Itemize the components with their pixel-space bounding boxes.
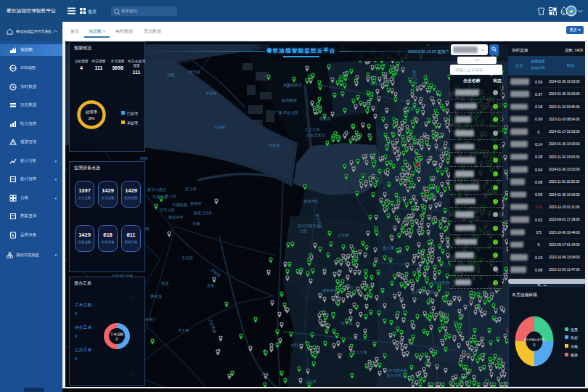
svg-text:党食: 党食 xyxy=(207,283,214,288)
svg-text:香湖天虹: 香湖天虹 xyxy=(303,199,319,204)
svg-text:宝安小区: 宝安小区 xyxy=(160,208,175,212)
svg-text:宜兴市村: 宜兴市村 xyxy=(386,373,402,378)
svg-text:水波路: 水波路 xyxy=(205,91,217,96)
svg-text:中国联通: 中国联通 xyxy=(172,203,187,207)
svg-text:宜兴马那宝香: 宜兴马那宝香 xyxy=(298,224,320,229)
svg-text:丘园: 丘园 xyxy=(299,229,306,233)
svg-text:海聚村酒店: 海聚村酒店 xyxy=(283,83,303,88)
svg-text:文化艺术馆: 文化艺术馆 xyxy=(306,133,325,138)
svg-text:林美厂: 林美厂 xyxy=(144,317,157,322)
svg-text:消璧: 消璧 xyxy=(167,73,174,78)
svg-text:新苑中学: 新苑中学 xyxy=(168,215,184,220)
svg-text:工单总数: 工单总数 xyxy=(110,332,124,336)
svg-text:大村: 大村 xyxy=(290,343,298,348)
svg-text:黑上村: 黑上村 xyxy=(165,194,176,199)
svg-text:0: 0 xyxy=(116,337,118,341)
svg-text:蓝大厦: 蓝大厦 xyxy=(383,245,394,250)
svg-text:饱家村: 饱家村 xyxy=(190,201,202,206)
svg-text:俐都: 俐都 xyxy=(139,156,148,161)
svg-text:紫金: 紫金 xyxy=(161,281,168,285)
svg-text:宜兴市建设银: 宜兴市建设银 xyxy=(385,368,408,373)
svg-text:里上村: 里上村 xyxy=(184,187,197,192)
svg-text:锦家堂: 锦家堂 xyxy=(269,143,280,147)
svg-text:广厦 邓水法院: 广厦 邓水法院 xyxy=(274,110,298,115)
svg-text:天子殿: 天子殿 xyxy=(178,328,189,332)
svg-text:廖家场: 廖家场 xyxy=(150,294,162,299)
svg-text:毛家村: 毛家村 xyxy=(214,125,226,130)
svg-text:处理率: 处理率 xyxy=(86,110,98,115)
svg-text:静安村: 静安村 xyxy=(189,70,200,75)
svg-text:紫荆图书: 紫荆图书 xyxy=(282,98,297,102)
svg-text:0%: 0% xyxy=(89,116,95,121)
svg-text:汇江口木: 汇江口木 xyxy=(305,127,320,132)
svg-text:廊桥美食: 廊桥美食 xyxy=(322,288,338,293)
svg-text:新安大酒店: 新安大酒店 xyxy=(147,187,167,192)
svg-text:新苑卫生队: 新苑卫生队 xyxy=(194,211,213,216)
svg-text:0: 0 xyxy=(534,343,536,347)
svg-text:大华梦: 大华梦 xyxy=(338,233,349,238)
svg-text:安楼: 安楼 xyxy=(192,221,200,226)
svg-text:五毛村: 五毛村 xyxy=(181,256,193,261)
svg-text:参与评级企业总数: 参与评级企业总数 xyxy=(524,338,545,341)
svg-text:万达广场: 万达广场 xyxy=(436,147,451,152)
